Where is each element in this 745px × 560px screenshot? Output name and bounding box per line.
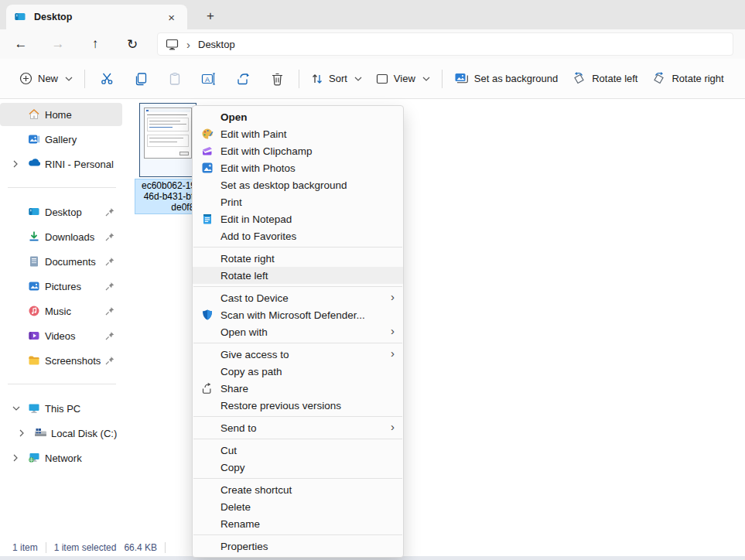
- refresh-button[interactable]: ↻: [119, 32, 145, 56]
- sidebar-item-desktop[interactable]: Desktop: [0, 200, 122, 224]
- tab-desktop[interactable]: Desktop ×: [6, 5, 187, 29]
- sidebar-item-videos[interactable]: Videos: [0, 324, 122, 347]
- breadcrumb-location[interactable]: Desktop: [198, 39, 235, 50]
- sidebar-item-pictures[interactable]: Pictures: [0, 275, 122, 298]
- context-menu: Open Edit with Paint Edit with Clipchamp…: [192, 105, 404, 558]
- rotate-right-button[interactable]: Rotate right: [644, 65, 730, 93]
- menu-separator: [193, 439, 402, 439]
- sidebar-item-network[interactable]: Network: [0, 446, 122, 470]
- menu-item-cast-to-device[interactable]: Cast to Device ›: [193, 289, 403, 306]
- forward-button[interactable]: →: [45, 32, 71, 56]
- menu-item-copy-as-path[interactable]: Copy as path: [193, 363, 403, 380]
- submenu-arrow-icon: ›: [391, 324, 395, 337]
- sidebar-item-downloads[interactable]: Downloads: [0, 225, 122, 248]
- menu-item-print[interactable]: Print: [193, 193, 403, 210]
- menu-item-create-shortcut[interactable]: Create shortcut: [193, 481, 403, 498]
- menu-item-edit-with-clipchamp[interactable]: Edit with Clipchamp: [193, 142, 403, 159]
- status-divider: [165, 542, 166, 553]
- pin-icon[interactable]: [105, 331, 114, 340]
- sidebar-item-documents[interactable]: Documents: [0, 250, 122, 273]
- menu-item-open[interactable]: Open: [193, 108, 403, 125]
- sidebar-item-music[interactable]: Music: [0, 299, 122, 323]
- sidebar-item-label: This PC: [45, 403, 80, 415]
- sidebar-separator: [8, 384, 116, 384]
- paste-icon: [168, 72, 182, 86]
- sidebar-item-label: Pictures: [45, 281, 81, 292]
- defender-shield-icon: [201, 309, 214, 321]
- menu-item-properties[interactable]: Properties: [193, 538, 403, 555]
- address-bar[interactable]: › Desktop: [157, 32, 733, 56]
- pin-icon[interactable]: [105, 282, 114, 291]
- menu-item-give-access-to[interactable]: Give access to ›: [193, 346, 403, 363]
- pin-icon[interactable]: [105, 232, 114, 241]
- view-button[interactable]: View: [369, 65, 437, 93]
- photos-icon: [201, 162, 214, 174]
- trash-icon: [271, 72, 284, 86]
- menu-item-edit-with-photos[interactable]: Edit with Photos: [193, 159, 403, 176]
- sort-button[interactable]: Sort: [304, 65, 369, 93]
- share-button[interactable]: [226, 65, 260, 93]
- menu-item-send-to[interactable]: Send to ›: [193, 419, 403, 436]
- menu-item-scan-with-defender[interactable]: Scan with Microsoft Defender...: [193, 306, 403, 323]
- menu-item-rotate-left[interactable]: Rotate left: [193, 267, 403, 284]
- breadcrumb-chevron-icon: ›: [186, 38, 190, 51]
- sidebar-item-screenshots[interactable]: Screenshots: [0, 349, 122, 372]
- cut-button[interactable]: [90, 65, 124, 93]
- desktop-folder-icon: [28, 206, 40, 218]
- navigation-bar: ← → ↑ ↻ › Desktop: [0, 29, 745, 59]
- network-icon: [28, 452, 40, 464]
- sidebar-item-home[interactable]: Home: [0, 103, 122, 126]
- copy-button[interactable]: [124, 65, 158, 93]
- rotate-right-label: Rotate right: [672, 73, 723, 84]
- menu-item-edit-in-notepad[interactable]: Edit in Notepad: [193, 210, 403, 227]
- menu-separator: [193, 343, 402, 343]
- menu-item-add-to-favorites[interactable]: Add to Favorites: [193, 227, 403, 244]
- menu-item-cut[interactable]: Cut: [193, 442, 403, 459]
- sidebar-item-this-pc[interactable]: This PC: [0, 397, 122, 420]
- tab-title: Desktop: [34, 12, 163, 22]
- menu-item-label: Cast to Device: [220, 292, 289, 304]
- menu-item-label: Edit with Paint: [220, 128, 287, 140]
- menu-item-label: Copy: [220, 462, 245, 473]
- chevron-right-icon[interactable]: [12, 454, 22, 462]
- menu-item-label: Open with: [220, 326, 268, 338]
- menu-item-label: Edit with Clipchamp: [220, 145, 313, 157]
- sidebar-item-label: Videos: [45, 330, 76, 342]
- chevron-right-icon[interactable]: [19, 429, 28, 437]
- set-as-background-button[interactable]: Set as background: [447, 65, 565, 93]
- menu-item-label: Rotate left: [220, 270, 268, 282]
- menu-item-copy[interactable]: Copy: [193, 459, 403, 476]
- menu-item-edit-with-paint[interactable]: Edit with Paint: [193, 125, 403, 142]
- tab-bar: Desktop × +: [0, 0, 745, 29]
- sidebar-item-onedrive-personal[interactable]: RINI - Personal: [0, 152, 122, 176]
- menu-item-open-with[interactable]: Open with ›: [193, 323, 403, 340]
- chevron-down-icon[interactable]: [12, 405, 22, 411]
- tab-close-icon[interactable]: ×: [163, 11, 179, 24]
- rename-button[interactable]: A: [192, 65, 226, 93]
- paste-button[interactable]: [158, 65, 192, 93]
- menu-item-rename[interactable]: Rename: [193, 515, 403, 532]
- menu-item-restore-previous-versions[interactable]: Restore previous versions: [193, 397, 403, 414]
- chevron-right-icon[interactable]: [12, 160, 22, 168]
- pin-icon[interactable]: [105, 207, 114, 217]
- menu-item-set-as-desktop-background[interactable]: Set as desktop background: [193, 176, 403, 193]
- pin-icon[interactable]: [105, 257, 114, 266]
- documents-icon: [28, 255, 40, 268]
- menu-item-share[interactable]: Share: [193, 380, 403, 397]
- menu-item-delete[interactable]: Delete: [193, 498, 403, 515]
- pin-icon[interactable]: [105, 306, 114, 316]
- new-tab-button[interactable]: +: [200, 6, 221, 26]
- sidebar-item-local-disk-c[interactable]: Local Disk (C:): [0, 422, 122, 445]
- scissors-icon: [100, 71, 114, 86]
- menu-item-rotate-right[interactable]: Rotate right: [193, 250, 403, 267]
- sidebar-item-label: Documents: [45, 256, 96, 268]
- pin-icon[interactable]: [105, 356, 114, 365]
- up-button[interactable]: ↑: [82, 32, 108, 56]
- rotate-left-button[interactable]: Rotate left: [565, 65, 644, 93]
- new-button[interactable]: New: [12, 65, 80, 93]
- delete-button[interactable]: [260, 65, 294, 93]
- back-button[interactable]: ←: [8, 32, 34, 56]
- chevron-down-icon: [354, 77, 362, 81]
- sidebar-item-gallery[interactable]: Gallery: [0, 128, 122, 151]
- command-toolbar: New A Sort: [0, 59, 745, 99]
